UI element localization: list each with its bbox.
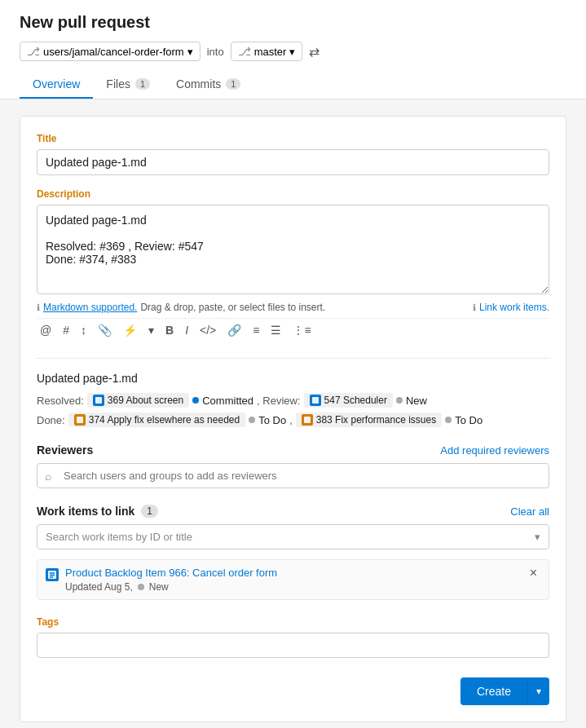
tab-commits[interactable]: Commits 1 [163, 71, 253, 99]
bold-button[interactable]: B [162, 322, 177, 338]
description-section: Description Updated page-1.md Resolved: … [37, 188, 549, 342]
ordered-list-button[interactable]: ≡ [249, 322, 262, 338]
svg-rect-0 [95, 397, 102, 404]
wi-chip-369[interactable]: 369 About screen [87, 393, 189, 408]
swap-branches-icon[interactable]: ⇄ [309, 44, 319, 60]
resolved-line: Resolved: 369 About screen Committed , R… [37, 393, 549, 408]
link-work-items-link[interactable]: ℹ Link work items. [473, 302, 549, 313]
main-content: Title Description Updated page-1.md Reso… [0, 99, 586, 728]
link-icon: ℹ [473, 302, 476, 313]
emoji-dropdown-button[interactable]: ▾ [145, 322, 157, 338]
wi-chip-547[interactable]: 547 Scheduler [304, 393, 393, 408]
tags-section: Tags [37, 616, 549, 658]
work-items-section: Work items to link 1 Clear all Search wo… [37, 505, 549, 600]
wi-chip-383[interactable]: 383 Fix performance issues [296, 413, 442, 427]
wi-374-status: To Do [249, 414, 286, 426]
link-button[interactable]: 🔗 [224, 322, 245, 338]
wi-entry-title-966[interactable]: Product Backlog Item 966: Cancel order f… [65, 567, 277, 579]
branch-bar: ⎇ users/jamal/cancel-order-form ▾ into ⎇… [20, 42, 566, 61]
mention-button[interactable]: @ [37, 322, 55, 338]
work-items-search-dropdown[interactable]: Search work items by ID or title ▾ [37, 524, 549, 549]
clear-all-link[interactable]: Clear all [510, 505, 549, 518]
description-label: Description [37, 188, 549, 200]
attach-button[interactable]: 📎 [95, 322, 115, 338]
wi-369-status: Committed [192, 395, 253, 407]
remove-wi-966-button[interactable]: × [527, 567, 540, 580]
status-label-369: Committed [202, 395, 253, 407]
svg-rect-1 [312, 397, 319, 404]
resolved-label: Resolved: [37, 395, 84, 407]
emoji-button[interactable]: ⚡ [120, 322, 140, 338]
wi-entry-info-966: Product Backlog Item 966: Cancel order f… [46, 567, 277, 593]
wi-id-547: 547 Scheduler [324, 395, 387, 406]
drag-drop-text: Drag & drop, paste, or select files to i… [140, 302, 325, 313]
wi-icon-374 [74, 414, 86, 426]
unordered-list-button[interactable]: ☰ [267, 322, 284, 338]
indent-button[interactable]: ⋮≡ [289, 322, 314, 338]
wi-status-dot-966 [138, 584, 144, 590]
svg-rect-2 [77, 417, 83, 423]
add-reviewers-link[interactable]: Add required reviewers [440, 444, 549, 457]
chevron-down-icon-wi: ▾ [535, 531, 540, 543]
code-button[interactable]: </> [196, 322, 219, 338]
wi-547-status: New [396, 395, 427, 407]
wi-icon-383 [302, 414, 313, 426]
tags-input[interactable] [37, 633, 549, 658]
status-dot-547 [396, 397, 403, 404]
reviewers-header: Reviewers Add required reviewers [37, 443, 549, 457]
title-label: Title [37, 133, 549, 144]
target-branch-button[interactable]: ⎇ master ▾ [231, 42, 303, 61]
wi-chip-374[interactable]: 374 Apply fix elsewhere as needed [68, 413, 245, 427]
source-branch-button[interactable]: ⎇ users/jamal/cancel-order-form ▾ [20, 42, 200, 61]
description-textarea[interactable]: Updated page-1.md Resolved: #369 , Revie… [37, 205, 549, 294]
preview-title: Updated page-1.md [37, 372, 549, 385]
wi-id-369: 369 About screen [108, 395, 183, 406]
wi-status-966: New [149, 581, 169, 593]
page-header: New pull request ⎇ users/jamal/cancel-or… [0, 0, 586, 99]
link-work-items-label: Link work items. [479, 302, 549, 313]
tab-overview[interactable]: Overview [20, 71, 93, 99]
tab-files-label: Files [106, 77, 130, 90]
review-label: , Review: [257, 395, 300, 407]
status-label-547: New [406, 395, 427, 407]
info-icon: ℹ [37, 302, 40, 313]
footer-bar: Create ▾ [37, 677, 549, 705]
wi-id-383: 383 Fix performance issues [316, 414, 436, 426]
work-items-title: Work items to link [37, 505, 134, 518]
page-title: New pull request [20, 13, 566, 32]
into-text: into [207, 46, 224, 58]
svg-rect-3 [304, 417, 311, 423]
status-label-383: To Do [455, 414, 482, 426]
work-item-entry-966: Product Backlog Item 966: Cancel order f… [37, 559, 549, 600]
create-button[interactable]: Create [460, 677, 527, 705]
branch-icon-source: ⎇ [27, 45, 40, 58]
create-dropdown-button[interactable]: ▾ [527, 677, 549, 705]
markdown-supported-link[interactable]: Markdown supported. [43, 302, 137, 313]
editor-toolbar-row: ℹ Markdown supported. Drag & drop, paste… [37, 302, 549, 313]
status-dot-374 [249, 417, 255, 423]
pr-form-card: Title Description Updated page-1.md Reso… [20, 116, 566, 722]
title-input[interactable] [37, 149, 549, 175]
pullrequest-button[interactable]: ↕ [77, 322, 90, 338]
wi-icon-369 [93, 395, 104, 406]
work-items-title-wrap: Work items to link 1 [37, 505, 158, 518]
tab-files[interactable]: Files 1 [93, 71, 163, 99]
status-dot-383 [445, 417, 452, 423]
tab-files-badge: 1 [135, 78, 150, 90]
tags-label: Tags [37, 616, 549, 628]
preview-section: Updated page-1.md Resolved: 369 About sc… [37, 358, 549, 427]
format-toolbar: @ # ↕ 📎 ⚡ ▾ B I </> 🔗 ≡ ☰ ⋮≡ [37, 318, 549, 342]
wi-id-374: 374 Apply fix elsewhere as needed [89, 414, 240, 426]
reviewers-search-input[interactable] [37, 463, 549, 488]
backlog-item-icon [47, 570, 57, 580]
wi-updated-966: Updated Aug 5, [65, 581, 133, 593]
chevron-down-icon-source: ▾ [187, 46, 193, 58]
status-label-374: To Do [258, 414, 286, 426]
tabs-bar: Overview Files 1 Commits 1 [20, 71, 566, 99]
tab-overview-label: Overview [33, 77, 80, 90]
chevron-down-icon-target: ▾ [289, 46, 295, 58]
italic-button[interactable]: I [182, 322, 192, 338]
wi-icon-547 [310, 395, 321, 406]
target-branch-label: master [254, 46, 287, 58]
hash-button[interactable]: # [59, 322, 73, 338]
